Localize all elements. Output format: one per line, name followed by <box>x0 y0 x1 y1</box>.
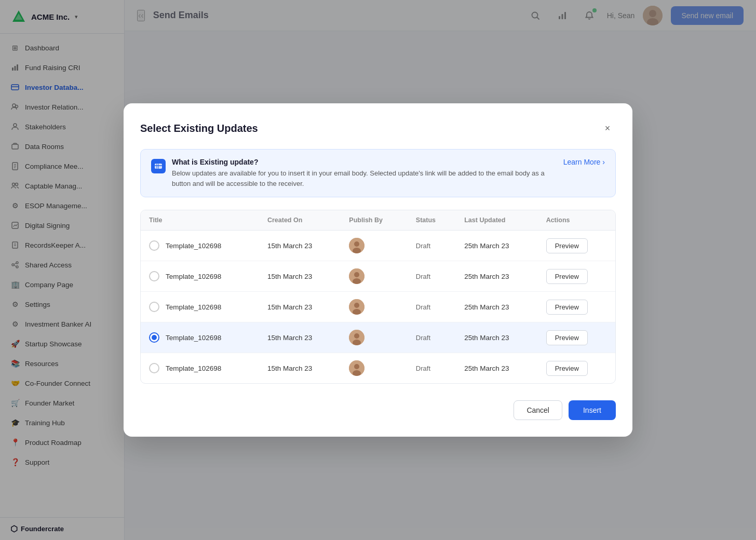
row-publish-by <box>341 292 408 322</box>
row-status: Draft <box>408 353 456 384</box>
row-status: Draft <box>408 322 456 353</box>
preview-button[interactable]: Preview <box>546 300 588 315</box>
publisher-avatar <box>349 238 365 253</box>
row-title-cell: Template_102698 <box>141 292 259 322</box>
learn-more-label: Learn More <box>563 158 601 166</box>
row-title-cell: Template_102698 <box>141 322 259 353</box>
modal-footer: Cancel Insert <box>140 400 616 420</box>
row-actions: Preview <box>538 322 615 353</box>
row-last-updated: 25th March 23 <box>456 261 537 292</box>
row-actions: Preview <box>538 231 615 261</box>
row-status: Draft <box>408 261 456 292</box>
table-row[interactable]: Template_102698 15th March 23 Draft25th … <box>141 261 615 292</box>
row-title: Template_102698 <box>166 242 221 250</box>
info-banner-icon <box>151 159 166 173</box>
row-created-on: 15th March 23 <box>259 261 341 292</box>
publisher-avatar <box>349 268 365 284</box>
row-actions: Preview <box>538 261 615 292</box>
col-actions: Actions <box>538 210 615 231</box>
row-radio[interactable] <box>149 363 159 373</box>
row-title-cell: Template_102698 <box>141 261 259 292</box>
row-created-on: 15th March 23 <box>259 322 341 353</box>
row-created-on: 15th March 23 <box>259 292 341 322</box>
row-radio[interactable] <box>149 240 159 251</box>
publisher-avatar <box>349 299 365 315</box>
modal-close-button[interactable]: × <box>599 120 616 137</box>
preview-button[interactable]: Preview <box>546 238 588 253</box>
insert-button[interactable]: Insert <box>569 400 616 420</box>
row-title-cell: Template_102698 <box>141 231 259 261</box>
col-created: Created On <box>259 210 341 231</box>
row-last-updated: 25th March 23 <box>456 353 537 384</box>
preview-button[interactable]: Preview <box>546 269 588 284</box>
row-publish-by <box>341 231 408 261</box>
row-last-updated: 25th March 23 <box>456 322 537 353</box>
row-publish-by <box>341 353 408 384</box>
row-created-on: 15th March 23 <box>259 231 341 261</box>
info-banner-text: Below updates are available for you to i… <box>172 168 557 188</box>
col-status: Status <box>408 210 456 231</box>
row-title: Template_102698 <box>166 303 221 311</box>
row-publish-by <box>341 322 408 353</box>
publisher-avatar <box>349 330 365 345</box>
svg-point-38 <box>354 241 359 247</box>
table-row[interactable]: Template_102698 15th March 23 Draft25th … <box>141 231 615 261</box>
row-radio[interactable] <box>149 302 159 312</box>
learn-more-chevron: › <box>602 158 605 166</box>
svg-point-41 <box>354 272 359 277</box>
row-status: Draft <box>408 231 456 261</box>
row-radio[interactable] <box>149 332 159 343</box>
modal-header: Select Existing Updates × <box>140 120 616 137</box>
learn-more-link[interactable]: Learn More › <box>563 158 605 166</box>
info-banner-content: What is Existing update? Below updates a… <box>172 158 557 188</box>
svg-point-50 <box>354 364 359 369</box>
row-title: Template_102698 <box>166 334 221 342</box>
svg-point-47 <box>354 333 359 339</box>
col-title: Title <box>141 210 259 231</box>
preview-button[interactable]: Preview <box>546 361 588 376</box>
preview-button[interactable]: Preview <box>546 330 588 345</box>
updates-table-container: Title Created On Publish By Status Last … <box>140 210 616 384</box>
row-actions: Preview <box>538 292 615 322</box>
row-title: Template_102698 <box>166 273 221 280</box>
svg-point-44 <box>354 303 359 308</box>
info-banner: What is Existing update? Below updates a… <box>140 149 616 197</box>
publisher-avatar <box>349 360 365 376</box>
table-row[interactable]: Template_102698 15th March 23 Draft25th … <box>141 353 615 384</box>
cancel-button[interactable]: Cancel <box>514 400 562 420</box>
row-actions: Preview <box>538 353 615 384</box>
table-row[interactable]: Template_102698 15th March 23 Draft25th … <box>141 292 615 322</box>
select-updates-modal: Select Existing Updates × What is Existi… <box>124 103 632 437</box>
row-title-cell: Template_102698 <box>141 353 259 384</box>
modal-overlay: Select Existing Updates × What is Existi… <box>0 0 756 540</box>
info-banner-title: What is Existing update? <box>172 158 557 166</box>
updates-table: Title Created On Publish By Status Last … <box>141 210 615 383</box>
col-updated: Last Updated <box>456 210 537 231</box>
row-created-on: 15th March 23 <box>259 353 341 384</box>
row-last-updated: 25th March 23 <box>456 231 537 261</box>
table-row[interactable]: Template_102698 15th March 23 Draft25th … <box>141 322 615 353</box>
row-last-updated: 25th March 23 <box>456 292 537 322</box>
row-radio[interactable] <box>149 271 159 281</box>
modal-title: Select Existing Updates <box>140 123 258 134</box>
row-publish-by <box>341 261 408 292</box>
col-publish: Publish By <box>341 210 408 231</box>
row-title: Template_102698 <box>166 365 221 372</box>
row-status: Draft <box>408 292 456 322</box>
